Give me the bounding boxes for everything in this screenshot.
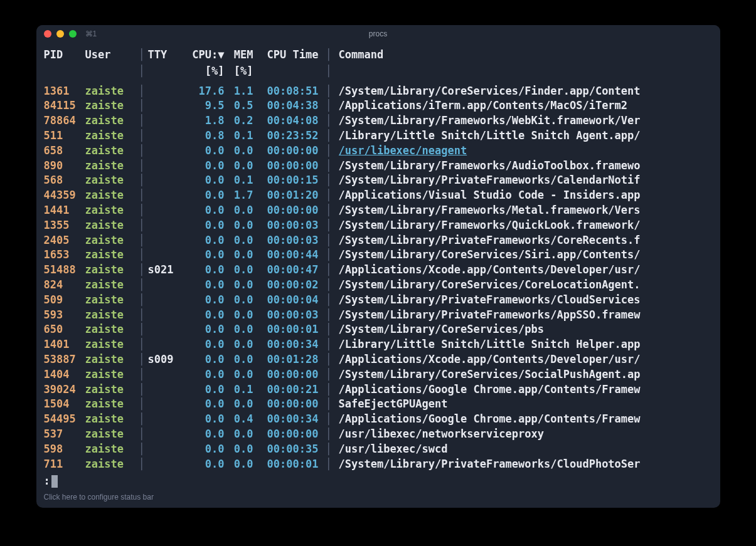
status-bar[interactable]: Click here to configure status bar — [36, 489, 720, 508]
table-row[interactable]: 658zaiste│0.00.000:00:00│/usr/libexec/ne… — [44, 144, 713, 159]
cell-pid: 511 — [44, 129, 85, 144]
cell-command: /Applications/Xcode.app/Contents/Develop… — [339, 352, 713, 367]
cell-pid: 1361 — [44, 84, 85, 99]
cell-cpu: 0.0 — [183, 248, 225, 263]
table-row[interactable]: 711zaiste│0.00.000:00:01│/System/Library… — [44, 457, 713, 472]
table-row[interactable]: 824zaiste│0.00.000:00:02│/System/Library… — [44, 278, 713, 293]
column-divider: │ — [136, 412, 148, 427]
table-row[interactable]: 54495zaiste│0.00.400:00:34│/Applications… — [44, 412, 713, 427]
header-mem[interactable]: MEM — [225, 48, 253, 63]
column-divider: │ — [136, 352, 148, 367]
table-row[interactable]: 78864zaiste│1.80.200:04:08│/System/Libra… — [44, 113, 713, 129]
table-row[interactable]: 53887zaiste│s0090.00.000:01:28│/Applicat… — [44, 352, 713, 367]
cell-cpu: 0.0 — [183, 188, 225, 203]
titlebar[interactable]: ⌘1 procs — [36, 25, 720, 43]
table-row[interactable]: 1504zaiste│0.00.000:00:00│SafeEjectGPUAg… — [44, 397, 713, 412]
column-divider: │ — [136, 322, 148, 337]
cell-mem: 0.0 — [225, 367, 253, 382]
table-row[interactable]: 2405zaiste│0.00.000:00:03│/System/Librar… — [44, 233, 713, 248]
cell-command[interactable]: /usr/libexec/neagent — [339, 144, 713, 159]
table-row[interactable]: 1653zaiste│0.00.000:00:44│/System/Librar… — [44, 248, 713, 263]
column-divider: │ — [319, 218, 339, 233]
terminal-body[interactable]: PID User │ TTY CPU:▼ MEM CPU Time │ Comm… — [36, 43, 720, 489]
table-row[interactable]: 1361zaiste│17.61.100:08:51│/System/Libra… — [44, 84, 713, 99]
cell-mem: 1.7 — [225, 188, 253, 203]
cell-command: /System/Library/CoreServices/pbs — [339, 322, 713, 337]
cell-cputime: 00:00:03 — [253, 233, 319, 248]
cell-cputime: 00:04:38 — [253, 98, 319, 113]
table-row[interactable]: 1441zaiste│0.00.000:00:00│/System/Librar… — [44, 203, 713, 218]
cell-cpu: 0.0 — [183, 337, 225, 352]
table-row[interactable]: 593zaiste│0.00.000:00:03│/System/Library… — [44, 308, 713, 323]
cell-command: /Applications/iTerm.app/Contents/MacOS/i… — [339, 98, 713, 113]
table-row[interactable]: 511zaiste│0.80.100:23:52│/Library/Little… — [44, 129, 713, 144]
column-divider: │ — [319, 278, 339, 293]
table-row[interactable]: 650zaiste│0.00.000:00:01│/System/Library… — [44, 322, 713, 337]
column-divider: │ — [319, 233, 339, 248]
table-row[interactable]: 598zaiste│0.00.000:00:35│/usr/libexec/sw… — [44, 442, 713, 457]
cell-cputime: 00:00:00 — [253, 203, 319, 218]
header-cputime[interactable]: CPU Time — [253, 48, 319, 63]
cell-user: zaiste — [85, 427, 136, 442]
table-row[interactable]: 568zaiste│0.00.100:00:15│/System/Library… — [44, 173, 713, 188]
cell-pid: 593 — [44, 308, 85, 323]
cell-user: zaiste — [85, 233, 136, 248]
column-divider: │ — [136, 293, 148, 308]
header-user[interactable]: User — [85, 48, 136, 63]
column-divider: │ — [136, 98, 148, 113]
cell-mem: 0.0 — [225, 278, 253, 293]
cell-cpu: 0.0 — [183, 278, 225, 293]
column-divider: │ — [319, 352, 339, 367]
cell-user: zaiste — [85, 159, 136, 174]
cell-mem: 0.5 — [225, 98, 253, 113]
header-cpu[interactable]: CPU:▼ — [183, 48, 225, 63]
table-row[interactable]: 84115zaiste│9.50.500:04:38│/Applications… — [44, 98, 713, 113]
table-row[interactable]: 537zaiste│0.00.000:00:00│/usr/libexec/ne… — [44, 427, 713, 442]
table-row[interactable]: 39024zaiste│0.00.100:00:21│/Applications… — [44, 382, 713, 397]
cell-cputime: 00:00:00 — [253, 397, 319, 412]
column-divider: │ — [319, 427, 339, 442]
cell-cputime: 00:00:03 — [253, 218, 319, 233]
cell-pid: 44359 — [44, 188, 85, 203]
cell-user: zaiste — [85, 113, 136, 129]
cell-tty — [148, 159, 183, 174]
prompt-line[interactable]: : — [44, 471, 713, 489]
table-row[interactable]: 51488zaiste│s0210.00.000:00:47│/Applicat… — [44, 263, 713, 278]
cell-tty — [148, 248, 183, 263]
table-row[interactable]: 1355zaiste│0.00.000:00:03│/System/Librar… — [44, 218, 713, 233]
cell-mem: 0.0 — [225, 263, 253, 278]
cell-cputime: 00:00:34 — [253, 337, 319, 352]
column-divider: │ — [319, 263, 339, 278]
column-divider: │ — [136, 159, 148, 174]
column-divider: │ — [136, 263, 148, 278]
maximize-window-button[interactable] — [69, 30, 77, 38]
column-divider: │ — [136, 308, 148, 323]
cell-mem: 0.1 — [225, 173, 253, 188]
cell-cpu: 0.0 — [183, 233, 225, 248]
column-divider: │ — [319, 308, 339, 323]
header-pid[interactable]: PID — [44, 48, 85, 63]
column-divider: │ — [319, 397, 339, 412]
cell-user: zaiste — [85, 203, 136, 218]
table-row[interactable]: 1401zaiste│0.00.000:00:34│/Library/Littl… — [44, 337, 713, 352]
table-row[interactable]: 509zaiste│0.00.000:00:04│/System/Library… — [44, 293, 713, 308]
cell-mem: 0.0 — [225, 352, 253, 367]
cell-command: /Library/Little Snitch/Little Snitch Age… — [339, 129, 713, 144]
table-row[interactable]: 1404zaiste│0.00.000:00:00│/System/Librar… — [44, 367, 713, 382]
column-divider: │ — [319, 188, 339, 203]
cell-cputime: 00:00:01 — [253, 322, 319, 337]
column-divider: │ — [136, 188, 148, 203]
column-divider: │ — [319, 159, 339, 174]
close-window-button[interactable] — [44, 30, 51, 38]
table-row[interactable]: 890zaiste│0.00.000:00:00│/System/Library… — [44, 159, 713, 174]
cell-mem: 0.0 — [225, 218, 253, 233]
cell-mem: 0.0 — [225, 203, 253, 218]
cell-user: zaiste — [85, 457, 136, 472]
header-command[interactable]: Command — [339, 48, 713, 63]
cell-cputime: 00:04:08 — [253, 113, 319, 129]
column-divider: │ — [136, 203, 148, 218]
table-row[interactable]: 44359zaiste│0.01.700:01:20│/Applications… — [44, 188, 713, 203]
tab-label[interactable]: ⌘1 — [85, 29, 97, 38]
minimize-window-button[interactable] — [56, 30, 64, 38]
header-tty[interactable]: TTY — [148, 48, 183, 63]
